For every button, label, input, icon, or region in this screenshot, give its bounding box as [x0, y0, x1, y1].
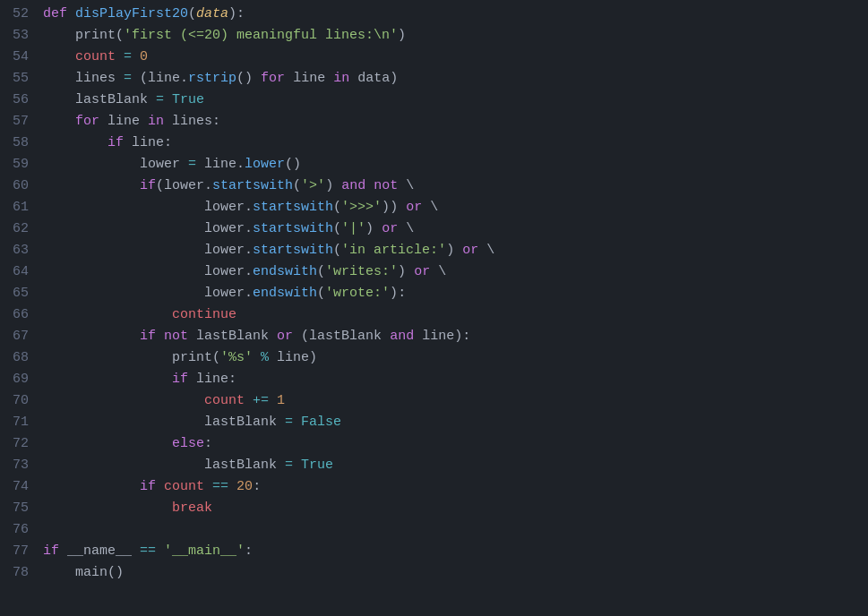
token: (: [317, 286, 325, 301]
token: (: [333, 243, 341, 258]
token: and: [390, 329, 414, 344]
line-number: 56: [7, 90, 29, 111]
token: (): [236, 71, 253, 86]
token: if: [43, 329, 156, 344]
code-line: count = 0: [43, 47, 868, 68]
token: '|': [341, 221, 365, 236]
token: ): [398, 264, 406, 279]
token: %: [261, 350, 269, 365]
token: 0: [140, 49, 148, 64]
code-line: if line:: [43, 133, 868, 154]
line-number: 59: [7, 154, 29, 175]
token: (lastBlank: [293, 329, 390, 344]
token: ): [365, 221, 374, 236]
token: [228, 479, 236, 494]
token: print: [43, 28, 116, 43]
token: in: [148, 114, 164, 129]
token: .: [236, 157, 245, 172]
token: [398, 200, 406, 215]
token: :: [253, 479, 261, 494]
token: lines: [43, 71, 124, 86]
token: ==: [140, 543, 156, 559]
token: [43, 49, 75, 64]
token: .: [245, 264, 253, 279]
code-line: lower.startswith('in article:') or \: [43, 240, 868, 261]
token: line): [269, 350, 317, 365]
token: [164, 92, 172, 107]
token: [333, 178, 341, 193]
token: ): [390, 286, 398, 301]
token: line):: [414, 329, 470, 344]
token: or: [414, 264, 430, 279]
token: (: [116, 28, 124, 43]
token: lastBlank: [43, 92, 156, 107]
token: ): [382, 200, 390, 215]
line-number: 55: [7, 68, 29, 90]
token: endswith: [253, 286, 317, 301]
line-number: 71: [7, 412, 29, 433]
token: ): [390, 200, 398, 215]
token: [454, 243, 462, 258]
token: or: [277, 329, 293, 344]
line-number: 75: [7, 498, 29, 519]
code-line: lower.endswith('writes:') or \: [43, 261, 868, 283]
token: ): [398, 28, 406, 43]
token: ): [325, 178, 333, 193]
token: \: [478, 243, 494, 258]
token: rstrip: [188, 71, 236, 86]
token: or: [406, 200, 422, 215]
token: in: [333, 71, 349, 86]
token: break: [43, 500, 212, 516]
token: not: [374, 178, 398, 193]
token: =: [285, 458, 293, 473]
line-number: 77: [7, 541, 29, 562]
code-content: def disPlayFirst20(data): print('first (…: [43, 4, 868, 612]
token: =: [124, 49, 132, 64]
token: for: [261, 71, 285, 86]
token: 1: [277, 393, 285, 408]
token: for: [43, 114, 99, 129]
token: line:: [124, 135, 172, 150]
line-number: 58: [7, 133, 29, 154]
token: def: [43, 6, 75, 21]
token: .: [204, 178, 212, 193]
token: .: [245, 200, 253, 215]
token: (: [293, 178, 301, 193]
code-line: lower.startswith('|') or \: [43, 218, 868, 240]
token: (): [285, 157, 301, 172]
line-number: 66: [7, 304, 29, 326]
token: line: [196, 157, 236, 172]
line-number: 65: [7, 283, 29, 304]
token: '>': [301, 178, 325, 193]
token: disPlayFirst20: [75, 6, 188, 21]
token: (: [212, 350, 220, 365]
code-line: lastBlank = True: [43, 455, 868, 476]
token: .: [245, 221, 253, 236]
token: lower: [43, 243, 245, 258]
token: lower: [164, 178, 204, 193]
token: =: [285, 415, 293, 430]
token: if: [43, 178, 156, 193]
token: line: [285, 71, 333, 86]
token: :: [204, 436, 212, 451]
token: \: [422, 200, 438, 215]
token: startswith: [253, 200, 333, 215]
token: if: [43, 543, 59, 559]
token: [365, 178, 374, 193]
line-number: 72: [7, 433, 29, 455]
token: data: [196, 6, 228, 21]
token: =: [124, 71, 132, 86]
code-line: [43, 519, 868, 541]
token: count: [164, 479, 204, 494]
token: [156, 479, 164, 494]
token: lower: [245, 157, 285, 172]
token: if: [43, 372, 188, 387]
code-line: lower.startswith('>>>')) or \: [43, 197, 868, 218]
line-number: 52: [7, 4, 29, 25]
token: 20: [236, 479, 253, 494]
line-number: 54: [7, 47, 29, 68]
token: else: [43, 436, 204, 451]
token: ==: [212, 479, 228, 494]
token: '>>>': [341, 200, 382, 215]
line-number: 62: [7, 218, 29, 240]
